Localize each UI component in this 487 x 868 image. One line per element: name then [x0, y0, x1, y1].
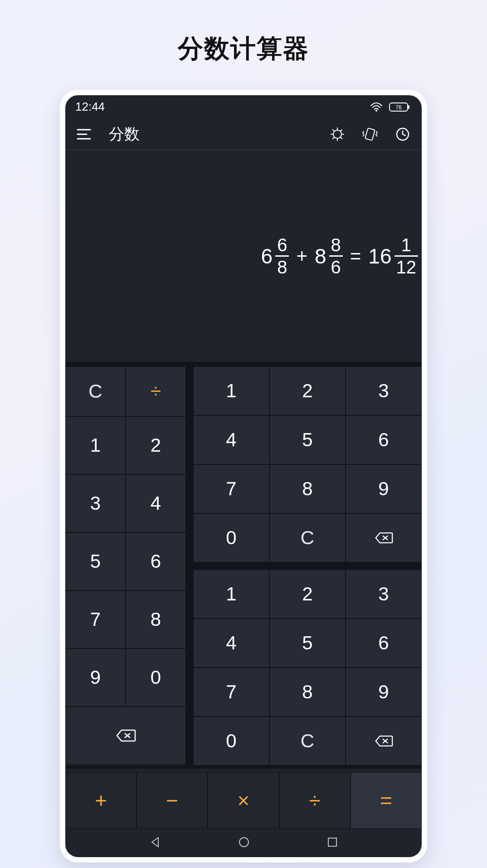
operand-a-den: 8 — [275, 257, 289, 276]
menu-icon[interactable] — [73, 123, 95, 145]
whole-key-6[interactable]: 6 — [126, 532, 186, 590]
op-add[interactable]: + — [65, 772, 136, 829]
svg-line-14 — [341, 130, 342, 131]
svg-rect-2 — [408, 105, 409, 109]
whole-key-0[interactable]: 0 — [126, 649, 186, 707]
result-whole: 16 — [368, 244, 391, 268]
num-top-7[interactable]: 7 — [193, 464, 269, 513]
nav-home-icon[interactable] — [238, 836, 250, 850]
android-nav-bar — [65, 829, 422, 857]
settings-icon[interactable] — [326, 123, 348, 145]
whole-backspace-button[interactable] — [65, 707, 186, 765]
svg-point-24 — [239, 838, 248, 847]
denom-clear[interactable]: C — [269, 717, 346, 766]
num-top-6[interactable]: 6 — [346, 415, 422, 464]
whole-key-5[interactable]: 5 — [65, 532, 126, 590]
num-top-3[interactable]: 3 — [346, 366, 422, 415]
device-frame: 12:44 76 分数 6 68 — [60, 90, 427, 863]
op-divide[interactable]: ÷ — [279, 772, 351, 829]
svg-text:76: 76 — [395, 104, 402, 111]
nav-recent-icon[interactable] — [327, 837, 338, 849]
clock: 12:44 — [75, 100, 105, 114]
whole-key-4[interactable]: 4 — [126, 474, 186, 532]
keypad: C ÷ 1 2 3 4 5 6 7 8 9 0 1 — [65, 366, 422, 766]
num-top-2[interactable]: 2 — [269, 366, 346, 415]
denom-key-7[interactable]: 7 — [193, 668, 269, 717]
page-title: 分数计算器 — [178, 32, 309, 66]
whole-key-2[interactable]: 2 — [126, 416, 186, 474]
operand-b-num: 8 — [329, 236, 343, 255]
num-top-1[interactable]: 1 — [193, 366, 269, 415]
operand-a: 6 68 — [261, 236, 289, 276]
operand-a-num: 6 — [275, 236, 289, 255]
whole-key-9[interactable]: 9 — [65, 649, 126, 707]
num-top-9[interactable]: 9 — [346, 464, 422, 513]
denom-key-8[interactable]: 8 — [269, 668, 346, 717]
operand-b-whole: 8 — [315, 244, 326, 268]
operand-b-den: 6 — [329, 257, 343, 276]
status-bar: 12:44 76 — [65, 95, 422, 118]
battery-icon: 76 — [389, 102, 410, 112]
screen-title: 分数 — [109, 124, 316, 145]
denom-key-2[interactable]: 2 — [269, 570, 346, 619]
equals-sign: = — [349, 245, 362, 267]
denom-key-0[interactable]: 0 — [193, 717, 269, 766]
denom-key-5[interactable]: 5 — [269, 619, 346, 668]
calc-display: 6 68 + 8 86 = 16 112 — [65, 150, 422, 362]
num-top-4[interactable]: 4 — [193, 415, 269, 464]
operator: + — [295, 245, 308, 267]
svg-rect-16 — [365, 128, 375, 140]
denom-key-6[interactable]: 6 — [346, 619, 422, 668]
num-top-clear[interactable]: C — [269, 513, 346, 562]
denom-key-4[interactable]: 4 — [193, 619, 269, 668]
denom-key-1[interactable]: 1 — [193, 570, 269, 619]
operand-b: 8 86 — [315, 236, 343, 276]
svg-line-15 — [333, 137, 334, 139]
result: 16 112 — [368, 236, 418, 276]
divide-button[interactable]: ÷ — [126, 366, 186, 416]
num-top-8[interactable]: 8 — [269, 464, 346, 513]
operand-a-whole: 6 — [261, 244, 273, 268]
keypad-left: C ÷ 1 2 3 4 5 6 7 8 9 0 — [65, 366, 186, 766]
keypad-right: 1 2 3 4 5 6 7 8 9 0 C 1 2 3 4 — [193, 366, 422, 766]
result-den: 12 — [394, 257, 419, 276]
app-toolbar: 分数 — [65, 118, 422, 150]
op-multiply[interactable]: × — [208, 772, 279, 829]
nav-back-icon[interactable] — [149, 836, 161, 850]
svg-line-12 — [333, 130, 334, 131]
result-num: 1 — [399, 236, 413, 255]
wifi-icon — [370, 102, 383, 112]
op-equals[interactable]: = — [351, 772, 422, 829]
whole-key-1[interactable]: 1 — [65, 416, 126, 474]
op-subtract[interactable]: − — [136, 772, 208, 829]
whole-key-8[interactable]: 8 — [126, 590, 186, 649]
denom-key-9[interactable]: 9 — [346, 668, 422, 717]
clear-button[interactable]: C — [65, 366, 126, 416]
num-top-5[interactable]: 5 — [269, 415, 346, 464]
history-icon[interactable] — [392, 123, 414, 145]
num-top-backspace[interactable] — [346, 513, 422, 562]
vibrate-icon[interactable] — [359, 123, 381, 145]
whole-key-7[interactable]: 7 — [65, 590, 126, 649]
denom-backspace[interactable] — [346, 717, 422, 766]
whole-key-3[interactable]: 3 — [65, 474, 126, 532]
operator-row: + − × ÷ = — [65, 772, 422, 829]
svg-point-0 — [375, 110, 377, 112]
svg-rect-25 — [328, 838, 336, 846]
denom-key-3[interactable]: 3 — [346, 570, 422, 619]
svg-line-13 — [341, 137, 342, 139]
formula: 6 68 + 8 86 = 16 112 — [261, 236, 418, 276]
num-top-0[interactable]: 0 — [193, 513, 269, 562]
